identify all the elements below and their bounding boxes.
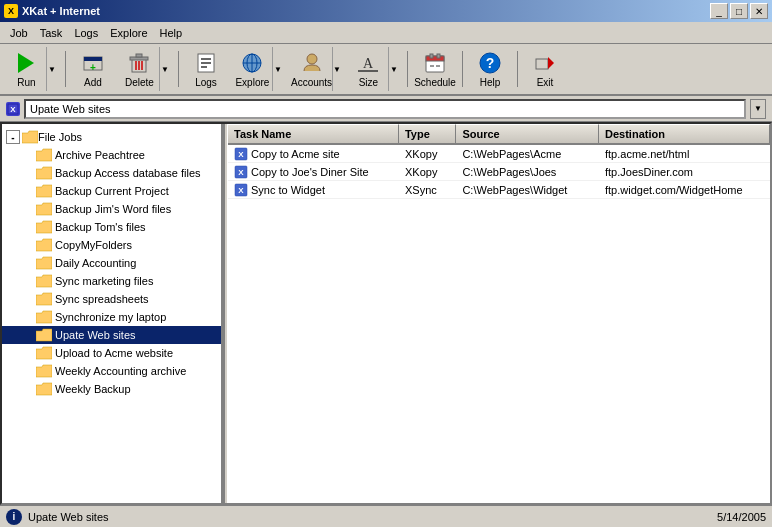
folder-icon [22, 130, 38, 144]
list-row-icon: X [234, 183, 248, 197]
tree-folder-icon [36, 256, 52, 270]
tree-item[interactable]: Backup Access database files [2, 164, 221, 182]
list-cell-source: C:\WebPages\Acme [456, 147, 599, 161]
column-header-destination[interactable]: Destination [599, 124, 770, 144]
tree-expander-file-jobs[interactable]: - [6, 130, 20, 144]
size-dropdown-arrow[interactable]: ▼ [390, 65, 398, 74]
svg-rect-22 [426, 56, 444, 61]
tree-item[interactable]: Sync spreadsheets [2, 290, 221, 308]
close-button[interactable]: ✕ [750, 3, 768, 19]
delete-button[interactable]: Delete ▼ [117, 47, 173, 91]
address-bar: X ▼ [0, 96, 772, 122]
size-button[interactable]: A Size ▼ [346, 47, 402, 91]
explore-dropdown-arrow[interactable]: ▼ [274, 65, 282, 74]
tree-folder-icon [36, 382, 52, 396]
tree-folder-icon [36, 346, 52, 360]
svg-text:A: A [363, 56, 374, 71]
tree-item[interactable]: Backup Tom's files [2, 218, 221, 236]
tree-item-label: Archive Peachtree [55, 149, 145, 161]
svg-text:X: X [238, 150, 244, 159]
help-icon: ? [478, 51, 502, 75]
list-row[interactable]: X Sync to Widget XSync C:\WebPages\Widge… [228, 181, 770, 199]
tree-item-text-file-jobs: File Jobs [38, 131, 82, 143]
help-button[interactable]: ? Help [468, 47, 512, 91]
tree-item-label: Upate Web sites [55, 329, 136, 341]
tree-folder-icon [36, 292, 52, 306]
tree-item[interactable]: Backup Current Project [2, 182, 221, 200]
menu-help[interactable]: Help [154, 25, 189, 41]
list-panel: Task Name Type Source Destination X Copy… [228, 124, 770, 503]
menu-logs[interactable]: Logs [68, 25, 104, 41]
list-cell-type: XKopy [399, 165, 456, 179]
tree-folder-icon [36, 184, 52, 198]
status-date: 5/14/2005 [717, 511, 766, 523]
accounts-button[interactable]: Accounts ▼ [288, 47, 344, 91]
exit-button[interactable]: Exit [523, 47, 567, 91]
svg-rect-24 [437, 54, 440, 58]
tree-item[interactable]: CopyMyFolders [2, 236, 221, 254]
svg-rect-6 [136, 54, 142, 57]
status-info-icon: i [6, 509, 22, 525]
run-button[interactable]: Run ▼ [4, 47, 60, 91]
tree-children: Archive Peachtree Backup Access database… [2, 146, 221, 398]
list-row-icon: X [234, 165, 248, 179]
exit-icon [533, 51, 557, 75]
logs-icon [194, 51, 218, 75]
maximize-button[interactable]: □ [730, 3, 748, 19]
add-button[interactable]: + Add [71, 47, 115, 91]
tree-item-label: Backup Tom's files [55, 221, 146, 233]
svg-rect-29 [536, 59, 548, 69]
menu-explore[interactable]: Explore [104, 25, 153, 41]
svg-text:+: + [90, 62, 96, 73]
tree-item-label: Weekly Backup [55, 383, 131, 395]
list-cell-type: XSync [399, 183, 456, 197]
tree-item[interactable]: Weekly Accounting archive [2, 362, 221, 380]
column-header-type[interactable]: Type [399, 124, 456, 144]
app-icon: X [4, 4, 18, 18]
tree-folder-icon [36, 310, 52, 324]
accounts-dropdown-arrow[interactable]: ▼ [333, 65, 341, 74]
list-cell-source: C:\WebPages\Joes [456, 165, 599, 179]
tree-folder-icon [36, 238, 52, 252]
address-icon: X [6, 102, 20, 116]
toolbar: Run ▼ + Add Delete ▼ [0, 44, 772, 96]
accounts-icon [300, 51, 324, 75]
list-cell-task-name: X Sync to Widget [228, 182, 399, 198]
run-dropdown-arrow[interactable]: ▼ [48, 65, 56, 74]
delete-dropdown-arrow[interactable]: ▼ [161, 65, 169, 74]
tree-item-label: Sync spreadsheets [55, 293, 149, 305]
tree-item[interactable]: Sync marketing files [2, 272, 221, 290]
tree-item[interactable]: Backup Jim's Word files [2, 200, 221, 218]
tree-item[interactable]: Synchronize my laptop [2, 308, 221, 326]
minimize-button[interactable]: _ [710, 3, 728, 19]
list-row[interactable]: X Copy to Joe's Diner Site XKopy C:\WebP… [228, 163, 770, 181]
status-left: i Upate Web sites [6, 509, 109, 525]
explore-button[interactable]: Explore ▼ [230, 47, 286, 91]
list-cell-task-name: X Copy to Joe's Diner Site [228, 164, 399, 180]
delete-icon [127, 51, 151, 75]
tree-item-file-jobs[interactable]: - File Jobs [2, 128, 221, 146]
address-input[interactable] [24, 99, 746, 119]
address-dropdown-button[interactable]: ▼ [750, 99, 766, 119]
column-header-source[interactable]: Source [456, 124, 599, 144]
logs-button[interactable]: Logs [184, 47, 228, 91]
tree-item-label: Backup Access database files [55, 167, 201, 179]
tree-item[interactable]: Daily Accounting [2, 254, 221, 272]
column-header-task-name[interactable]: Task Name [228, 124, 399, 144]
svg-text:X: X [238, 186, 244, 195]
tree-root: - File Jobs Archive Peachtree Backup Acc… [2, 124, 221, 402]
tree-item[interactable]: Upate Web sites [2, 326, 221, 344]
schedule-button[interactable]: Schedule [413, 47, 457, 91]
tree-item[interactable]: Archive Peachtree [2, 146, 221, 164]
menu-task[interactable]: Task [34, 25, 69, 41]
tree-item-label: Synchronize my laptop [55, 311, 166, 323]
list-cell-destination: ftp.widget.com/WidgetHome [599, 183, 770, 197]
list-row[interactable]: X Copy to Acme site XKopy C:\WebPages\Ac… [228, 145, 770, 163]
menu-job[interactable]: Job [4, 25, 34, 41]
tree-item[interactable]: Upload to Acme website [2, 344, 221, 362]
svg-rect-2 [84, 57, 102, 61]
tree-item[interactable]: Weekly Backup [2, 380, 221, 398]
toolbar-separator-3 [407, 51, 408, 87]
title-bar: X XKat + Internet _ □ ✕ [0, 0, 772, 22]
svg-text:X: X [238, 168, 244, 177]
